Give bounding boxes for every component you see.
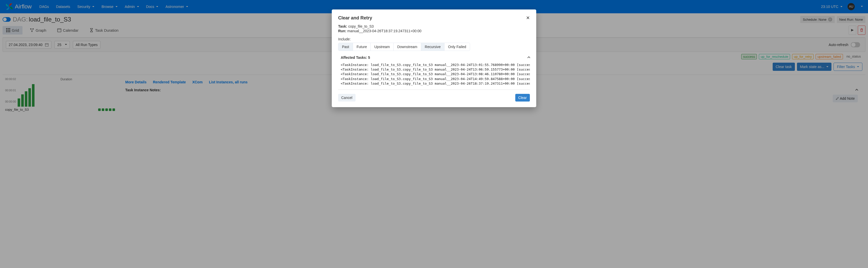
modal-run-row: Run: manual__2023-04-26T18:37:19.247311+…: [338, 29, 530, 33]
seg-past[interactable]: Past: [338, 43, 353, 51]
modal-overlay[interactable]: Clear and Retry ✕ Task: copy_file_to_S3 …: [0, 0, 868, 113]
run-value: manual__2023-04-26T18:37:19.247311+00:00: [347, 29, 422, 33]
task-line-2: <TaskInstance: load_file_to_S3.copy_file…: [341, 72, 530, 76]
affected-row[interactable]: Affected Tasks: 5: [338, 56, 530, 60]
seg-future[interactable]: Future: [353, 43, 371, 51]
run-label: Run:: [338, 29, 346, 33]
clear-button[interactable]: Clear: [515, 94, 530, 101]
task-line-1: <TaskInstance: load_file_to_S3.copy_file…: [341, 67, 530, 71]
seg-recursive[interactable]: Recursive: [421, 43, 444, 51]
task-line-3: <TaskInstance: load_file_to_S3.copy_file…: [341, 77, 530, 81]
modal-task-row: Task: copy_file_to_S3: [338, 24, 530, 28]
modal-title: Clear and Retry: [338, 16, 372, 21]
affected-task-list: <TaskInstance: load_file_to_S3.copy_file…: [338, 61, 530, 90]
affected-label: Affected Tasks: 5: [341, 56, 370, 60]
clear-retry-modal: Clear and Retry ✕ Task: copy_file_to_S3 …: [332, 9, 536, 107]
collapse-icon: [528, 56, 530, 60]
seg-only-failed[interactable]: Only Failed: [444, 43, 470, 51]
task-label: Task:: [338, 24, 347, 28]
cancel-button[interactable]: Cancel: [338, 94, 355, 101]
include-label: Include:: [338, 37, 530, 41]
seg-upstream[interactable]: Upstream: [371, 43, 394, 51]
seg-downstream[interactable]: Downstream: [394, 43, 421, 51]
task-line-0: <TaskInstance: load_file_to_S3.copy_file…: [341, 63, 530, 67]
task-line-4: <TaskInstance: load_file_to_S3.copy_file…: [341, 82, 530, 85]
include-segments: Past Future Upstream Downstream Recursiv…: [338, 43, 470, 51]
task-value: copy_file_to_S3: [348, 24, 374, 28]
close-icon[interactable]: ✕: [526, 15, 530, 21]
